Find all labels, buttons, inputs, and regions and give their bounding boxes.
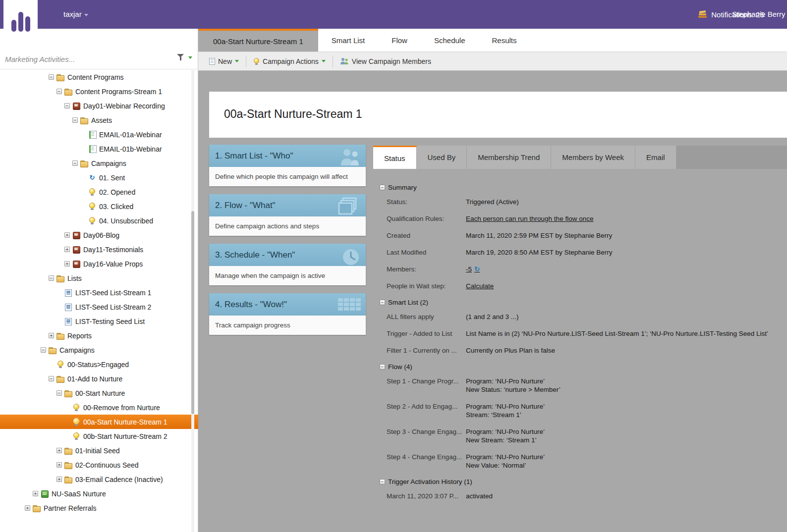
folder-icon [64, 476, 72, 483]
tree-item-01-add-to-nurture[interactable]: −01-Add to Nurture [0, 372, 198, 386]
expand-icon[interactable]: + [56, 448, 62, 453]
tab-used-by[interactable]: Used By [417, 146, 467, 169]
tab-results[interactable]: Results [479, 29, 530, 52]
tree-item-email-01b-webinar[interactable]: EMAIL-01b-Webinar [0, 142, 198, 156]
tree-item-list-seed-list-stream-1[interactable]: LIST-Seed List-Stream 1 [0, 285, 198, 300]
status-row-label: Filter 1 - Currently on ... [387, 346, 466, 355]
scrollbar-thumb[interactable] [191, 211, 194, 414]
marketo-logo[interactable] [3, 0, 38, 39]
tree-item-label: LIST-Testing Seed List [75, 318, 145, 325]
tree-item-content-programs-stream-1[interactable]: −Content Programs-Stream 1 [0, 84, 198, 99]
tree-item-list-seed-list-stream-2[interactable]: LIST-Seed List-Stream 2 [0, 300, 198, 314]
view-campaign-members-button[interactable]: View Campaign Members [333, 52, 438, 70]
tree-item-label: Content Programs [67, 73, 124, 81]
collapse-icon[interactable]: − [72, 117, 78, 123]
card-results[interactable]: 4. Results - "Wow!" Track campaign progr… [209, 293, 366, 335]
folder-icon [64, 389, 72, 397]
tree-item-reports[interactable]: +Reports [0, 328, 198, 343]
tree-item-01-sent[interactable]: ↻01. Sent [0, 170, 198, 185]
expand-icon[interactable]: + [49, 333, 54, 338]
collapse-icon[interactable]: − [72, 160, 78, 166]
folder-icon [80, 160, 88, 167]
expand-icon[interactable]: + [56, 462, 62, 468]
tree-item-day16-value-props[interactable]: +Day16-Value Props [0, 257, 198, 271]
collapse-icon[interactable]: − [64, 103, 70, 108]
tree-item-campaigns[interactable]: −Campaigns [0, 156, 198, 170]
tree-item-campaigns[interactable]: −Campaigns [0, 343, 198, 357]
status-link[interactable]: Each person can run through the flow onc… [466, 214, 593, 223]
expand-icon[interactable]: + [64, 261, 70, 266]
card-flow[interactable]: 2. Flow - "What" Define campaign actions… [209, 194, 366, 236]
collapse-icon[interactable]: − [380, 185, 385, 190]
tree-item-label: Content Programs-Stream 1 [75, 88, 162, 96]
collapse-icon[interactable]: − [380, 364, 385, 370]
collapse-icon[interactable]: − [49, 74, 54, 80]
tab-smart-list[interactable]: Smart List [318, 29, 379, 52]
tab-campaign-name[interactable]: 00a-Start Nurture-Stream 1 [198, 29, 318, 52]
tab-status[interactable]: Status [373, 146, 417, 169]
refresh-icon[interactable]: ↻ [474, 266, 480, 273]
user-menu[interactable]: Stephanie Berry [732, 10, 786, 18]
status-link[interactable]: Calculate [466, 282, 494, 290]
tree-item-04-unsubscribed[interactable]: 04. Unsubscribed [0, 213, 198, 228]
chevron-down-icon [235, 60, 239, 62]
tab-schedule[interactable]: Schedule [421, 29, 479, 52]
section-header[interactable]: −Flow (4) [380, 363, 772, 371]
collapse-icon[interactable]: − [49, 376, 54, 381]
tree-item-00b-start-nurture-stream-2[interactable]: 00b-Start Nurture-Stream 2 [0, 429, 198, 443]
tree-item-list-testing-seed-list[interactable]: LIST-Testing Seed List [0, 314, 198, 328]
sidebar-scrollbar[interactable] [191, 70, 194, 532]
tree-item-lists[interactable]: −Lists [0, 271, 198, 285]
tree-item-partner-referrals[interactable]: +Partner Referrals [0, 501, 198, 515]
collapse-icon[interactable]: − [41, 347, 46, 353]
tree-item-assets[interactable]: −Assets [0, 113, 198, 127]
tree-item-email-01a-webinar[interactable]: EMAIL-01a-Webinar [0, 127, 198, 142]
tree-item-nu-saas-nurture[interactable]: +NU-SaaS Nurture [0, 486, 198, 501]
filter-funnel-icon[interactable] [177, 53, 184, 61]
collapse-icon[interactable]: − [49, 275, 54, 281]
collapse-icon[interactable]: − [56, 390, 62, 396]
tree-item-day01-webinar-recording[interactable]: −Day01-Webinar Recording [0, 99, 198, 113]
section-header[interactable]: −Summary [380, 184, 772, 191]
status-value-line: New Status: ‘nurture > Member’ [466, 385, 561, 394]
stacked-pages-icon [336, 197, 362, 217]
tab-email[interactable]: Email [635, 146, 676, 169]
collapse-icon[interactable]: − [380, 300, 385, 305]
tree-item-day11-testimonials[interactable]: +Day11-Testimonials [0, 242, 198, 257]
tree-item-content-programs[interactable]: −Content Programs [0, 70, 198, 84]
tab-membership-trend[interactable]: Membership Trend [467, 146, 551, 169]
expand-icon[interactable]: + [25, 505, 30, 511]
campaign-actions-button[interactable]: Campaign Actions [246, 52, 333, 70]
new-button[interactable]: New [202, 52, 246, 70]
bulb-icon [88, 217, 96, 225]
tree-item-00-status-engaged[interactable]: 00-Status>Engaged [0, 357, 198, 372]
tab-flow[interactable]: Flow [378, 29, 421, 52]
workspace-selector[interactable]: taxjar [63, 10, 88, 18]
expand-icon[interactable]: + [33, 491, 38, 496]
tree-item-00-start-nurture[interactable]: −00-Start Nurture [0, 386, 198, 400]
status-link[interactable]: -5↻ [466, 265, 480, 273]
tab-members-by-week[interactable]: Members by Week [551, 146, 635, 169]
tree-item-label: EMAIL-01a-Webinar [99, 131, 162, 139]
expand-icon[interactable]: + [56, 477, 62, 482]
collapse-icon[interactable]: − [56, 89, 62, 94]
expand-icon[interactable]: + [64, 232, 70, 238]
tree-item-00a-start-nurture-stream-1[interactable]: 00a-Start Nurture-Stream 1 [0, 415, 198, 429]
tree-item-01-initial-seed[interactable]: +01-Initial Seed [0, 443, 198, 458]
tree-item-00-remove-from-nurture[interactable]: 00-Remove from Nurture [0, 400, 198, 415]
search-input[interactable] [5, 52, 173, 66]
tree-item-day06-blog[interactable]: +Day06-Blog [0, 228, 198, 242]
campaign-toolbar: New Campaign Actions View Campaign Membe… [198, 52, 787, 71]
card-schedule[interactable]: 3. Schedule - "When" Manage when the cam… [209, 244, 366, 285]
lightbulb-icon [253, 57, 260, 65]
filter-dropdown-icon[interactable] [188, 56, 192, 59]
section-header[interactable]: −Trigger Activation History (1) [380, 478, 772, 485]
expand-icon[interactable]: + [64, 247, 70, 252]
tree-item-03-email-cadence-inactive-[interactable]: +03-Email Cadence (Inactive) [0, 472, 198, 486]
tree-item-02-continuous-seed[interactable]: +02-Continuous Seed [0, 458, 198, 472]
card-smart-list[interactable]: 1. Smart List - "Who" Define which peopl… [209, 145, 366, 186]
collapse-icon[interactable]: − [380, 479, 385, 484]
tree-item-02-opened[interactable]: 02. Opened [0, 185, 198, 199]
section-header[interactable]: −Smart List (2) [380, 299, 772, 306]
tree-item-03-clicked[interactable]: 03. Clicked [0, 199, 198, 213]
